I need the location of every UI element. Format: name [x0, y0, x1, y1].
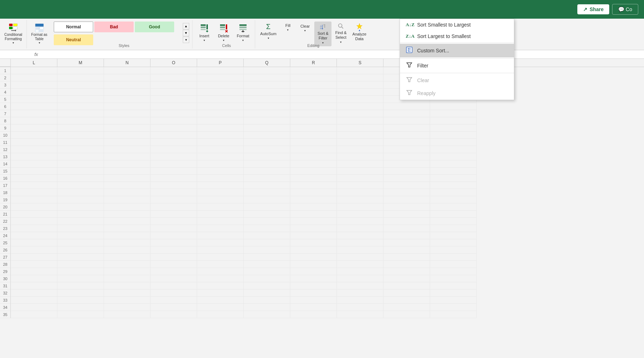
grid-cell[interactable] — [290, 117, 337, 124]
grid-cell[interactable] — [290, 203, 337, 211]
grid-cell[interactable] — [197, 89, 244, 96]
grid-cell[interactable] — [337, 124, 383, 132]
grid-cell[interactable] — [430, 168, 477, 175]
sort-smallest-largest-item[interactable]: A↓Z Sort Smallest to Largest — [400, 19, 514, 30]
grid-cell[interactable] — [104, 203, 151, 211]
grid-cell[interactable] — [104, 110, 151, 117]
grid-cell[interactable] — [430, 254, 477, 261]
grid-cell[interactable] — [430, 268, 477, 275]
grid-cell[interactable] — [11, 132, 57, 139]
grid-cell[interactable] — [244, 110, 290, 117]
grid-cell[interactable] — [430, 232, 477, 239]
grid-cell[interactable] — [11, 232, 57, 239]
grid-cell[interactable] — [151, 275, 197, 282]
grid-cell[interactable] — [244, 124, 290, 132]
grid-cell[interactable] — [430, 110, 477, 117]
grid-cell[interactable] — [244, 268, 290, 275]
grid-cell[interactable] — [290, 189, 337, 196]
grid-cell[interactable] — [290, 182, 337, 189]
grid-cell[interactable] — [290, 254, 337, 261]
grid-cell[interactable] — [383, 146, 430, 153]
grid-cell[interactable] — [244, 153, 290, 160]
grid-cell[interactable] — [197, 67, 244, 74]
grid-cell[interactable] — [57, 203, 104, 211]
grid-cell[interactable] — [151, 96, 197, 103]
grid-cell[interactable] — [104, 225, 151, 232]
grid-cell[interactable] — [11, 110, 57, 117]
grid-cell[interactable] — [57, 81, 104, 89]
grid-cell[interactable] — [57, 117, 104, 124]
grid-cell[interactable] — [104, 67, 151, 74]
grid-cell[interactable] — [383, 160, 430, 168]
grid-cell[interactable] — [290, 110, 337, 117]
grid-cell[interactable] — [11, 218, 57, 225]
grid-cell[interactable] — [197, 132, 244, 139]
style-bad[interactable]: Bad — [94, 22, 134, 32]
grid-cell[interactable] — [104, 304, 151, 311]
row-number[interactable]: 2 — [0, 74, 11, 81]
row-number[interactable]: 3 — [0, 81, 11, 89]
grid-cell[interactable] — [57, 103, 104, 110]
grid-cell[interactable] — [430, 196, 477, 203]
grid-cell[interactable] — [151, 261, 197, 268]
grid-cell[interactable] — [244, 96, 290, 103]
row-number[interactable]: 4 — [0, 89, 11, 96]
grid-cell[interactable] — [197, 232, 244, 239]
col-header-P[interactable]: P — [197, 59, 244, 67]
grid-cell[interactable] — [151, 67, 197, 74]
autosum-button[interactable]: Σ AutoSum ▾ — [258, 22, 278, 45]
grid-cell[interactable] — [383, 103, 430, 110]
row-number[interactable]: 19 — [0, 196, 11, 203]
grid-cell[interactable] — [11, 153, 57, 160]
grid-cell[interactable] — [11, 168, 57, 175]
grid-cell[interactable] — [383, 246, 430, 254]
grid-cell[interactable] — [290, 275, 337, 282]
grid-cell[interactable] — [197, 168, 244, 175]
grid-cell[interactable] — [11, 117, 57, 124]
grid-cell[interactable] — [151, 282, 197, 289]
grid-cell[interactable] — [337, 74, 383, 81]
grid-cell[interactable] — [337, 189, 383, 196]
grid-cell[interactable] — [337, 175, 383, 182]
grid-cell[interactable] — [57, 153, 104, 160]
grid-cell[interactable] — [244, 175, 290, 182]
grid-cell[interactable] — [337, 297, 383, 304]
clear-button[interactable]: Clear ▾ — [297, 22, 313, 33]
grid-cell[interactable] — [244, 297, 290, 304]
grid-cell[interactable] — [244, 146, 290, 153]
grid-cell[interactable] — [244, 304, 290, 311]
grid-cell[interactable] — [151, 74, 197, 81]
grid-cell[interactable] — [430, 139, 477, 146]
grid-cell[interactable] — [244, 311, 290, 318]
grid-cell[interactable] — [244, 232, 290, 239]
grid-cell[interactable] — [104, 311, 151, 318]
share-button[interactable]: ↗ Share — [577, 4, 609, 14]
conditional-formatting-button[interactable]: ConditionalFormatting ▾ — [2, 22, 24, 46]
grid-cell[interactable] — [151, 146, 197, 153]
grid-cell[interactable] — [11, 175, 57, 182]
grid-cell[interactable] — [337, 268, 383, 275]
delete-button[interactable]: Delete ▾ — [215, 22, 233, 45]
grid-cell[interactable] — [197, 261, 244, 268]
grid-cell[interactable] — [290, 81, 337, 89]
grid-cell[interactable] — [57, 275, 104, 282]
grid-cell[interactable] — [57, 74, 104, 81]
grid-cell[interactable] — [151, 232, 197, 239]
grid-cell[interactable] — [11, 67, 57, 74]
grid-cell[interactable] — [244, 139, 290, 146]
grid-cell[interactable] — [430, 239, 477, 246]
grid-cell[interactable] — [290, 175, 337, 182]
grid-cell[interactable] — [290, 124, 337, 132]
grid-cell[interactable] — [104, 297, 151, 304]
grid-cell[interactable] — [244, 203, 290, 211]
grid-cell[interactable] — [290, 196, 337, 203]
grid-cell[interactable] — [11, 246, 57, 254]
grid-cell[interactable] — [197, 81, 244, 89]
row-number[interactable]: 16 — [0, 175, 11, 182]
gallery-scroll-up[interactable]: ▲ — [183, 23, 189, 29]
grid-cell[interactable] — [57, 189, 104, 196]
row-number[interactable]: 25 — [0, 239, 11, 246]
col-header-S[interactable]: S — [337, 59, 383, 67]
grid-cell[interactable] — [244, 168, 290, 175]
grid-cell[interactable] — [151, 289, 197, 297]
